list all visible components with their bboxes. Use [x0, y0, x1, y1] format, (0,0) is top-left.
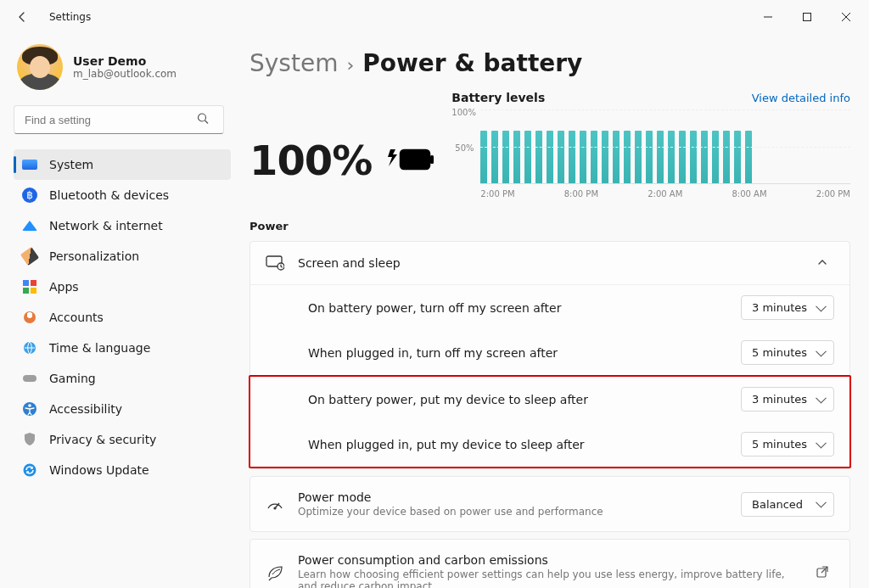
power-mode-select[interactable]: Balanced [741, 492, 834, 517]
nav-item-bluetooth[interactable]: ฿ Bluetooth & devices [14, 180, 231, 210]
minimize-button[interactable] [748, 3, 788, 31]
nav-item-apps[interactable]: Apps [14, 272, 231, 302]
row-label: On battery power, put my device to sleep… [308, 393, 588, 406]
sleep-rows-highlight: On battery power, put my device to sleep… [249, 375, 851, 468]
user-email: m_lab@outlook.com [73, 68, 177, 80]
nav-item-accounts[interactable]: Accounts [14, 302, 231, 333]
chart-bar [480, 131, 487, 183]
chart-bar [613, 131, 620, 183]
sleep-plugged-row: When plugged in, put my device to sleep … [250, 422, 849, 467]
svg-rect-5 [23, 375, 36, 382]
nav-label: Apps [49, 280, 79, 294]
nav-label: System [49, 158, 93, 171]
accounts-icon [22, 310, 37, 325]
breadcrumb: System › Power & battery [249, 49, 850, 77]
screen-off-battery-row: On battery power, turn off my screen aft… [250, 285, 849, 330]
nav-label: Personalization [49, 249, 139, 263]
chart-bar [602, 131, 608, 183]
power-mode-icon [266, 496, 284, 512]
chart-bar [712, 131, 719, 183]
carbon-title: Power consumption and carbon emissions [298, 553, 797, 567]
nav-item-update[interactable]: Windows Update [14, 455, 231, 485]
page-title: Power & battery [362, 49, 582, 77]
gamepad-icon [22, 371, 37, 386]
chart-bar [513, 131, 520, 183]
screen-off-battery-select[interactable]: 3 minutes [741, 295, 834, 320]
x-tick: 8:00 AM [732, 189, 766, 199]
chart-bar [624, 131, 631, 183]
x-tick: 8:00 PM [564, 189, 598, 199]
leaf-icon [266, 564, 284, 581]
power-mode-subtitle: Optimize your device based on power use … [298, 506, 727, 518]
nav-item-gaming[interactable]: Gaming [14, 363, 231, 394]
chart-bar [646, 131, 653, 183]
row-label: On battery power, turn off my screen aft… [308, 301, 561, 315]
globe-icon [22, 340, 37, 356]
y-tick-100: 100% [451, 108, 476, 117]
chart-bar [668, 131, 675, 183]
breadcrumb-system[interactable]: System [249, 49, 338, 77]
user-profile[interactable]: User Demo m_lab@outlook.com [14, 39, 231, 105]
nav-item-time[interactable]: Time & language [14, 333, 231, 363]
svg-point-8 [24, 464, 36, 477]
nav-item-network[interactable]: Network & internet [14, 210, 231, 241]
y-tick-50: 50% [455, 143, 474, 153]
chart-bar [547, 131, 553, 183]
sidebar: User Demo m_lab@outlook.com System ฿ Blu… [0, 34, 239, 588]
nav-item-personalization[interactable]: Personalization [14, 241, 231, 272]
chart-bar [491, 131, 498, 183]
x-tick: 2:00 PM [816, 189, 850, 199]
chart-bar [679, 131, 686, 183]
sleep-plugged-select[interactable]: 5 minutes [741, 432, 834, 456]
screen-off-plugged-select[interactable]: 5 minutes [741, 340, 834, 365]
nav-item-accessibility[interactable]: Accessibility [14, 394, 231, 424]
maximize-button[interactable] [788, 3, 827, 31]
chart-bar [701, 131, 708, 183]
chart-bar [569, 131, 575, 183]
chart-bar [734, 131, 741, 183]
nav-label: Network & internet [49, 219, 163, 232]
battery-charging-icon [385, 145, 434, 176]
nav-label: Windows Update [49, 463, 149, 477]
sleep-battery-select[interactable]: 3 minutes [741, 387, 834, 412]
chart-bar [745, 131, 752, 183]
svg-point-7 [28, 404, 31, 407]
back-button[interactable] [8, 3, 36, 31]
nav-item-system[interactable]: System [14, 149, 231, 180]
carbon-card[interactable]: Power consumption and carbon emissions L… [249, 539, 850, 588]
chart-bar [535, 131, 542, 183]
brush-icon [22, 249, 37, 264]
power-mode-title: Power mode [298, 490, 727, 504]
sync-icon [22, 462, 37, 478]
svg-rect-10 [430, 155, 434, 164]
nav-item-privacy[interactable]: Privacy & security [14, 424, 231, 455]
accessibility-icon [22, 401, 37, 417]
screen-and-sleep-card: Screen and sleep On battery power, turn … [249, 241, 850, 469]
nav-label: Time & language [49, 341, 150, 355]
search-box [14, 105, 227, 134]
sleep-battery-row: On battery power, put my device to sleep… [250, 377, 849, 422]
chart-bar [580, 131, 586, 183]
shield-icon [22, 432, 37, 447]
screen-and-sleep-header[interactable]: Screen and sleep [250, 242, 849, 284]
avatar [17, 44, 63, 90]
view-detailed-info-link[interactable]: View detailed info [752, 92, 850, 104]
bluetooth-icon: ฿ [22, 188, 37, 203]
nav-label: Bluetooth & devices [49, 188, 169, 202]
battery-chart[interactable]: 100% 50% 2:00 PM 8:00 PM 2:00 AM 8:00 AM… [451, 109, 850, 211]
search-input[interactable] [14, 105, 224, 134]
power-mode-card[interactable]: Power mode Optimize your device based on… [249, 476, 850, 532]
nav-label: Accessibility [49, 402, 122, 416]
nav-label: Accounts [49, 311, 104, 324]
nav-label: Privacy & security [49, 433, 156, 446]
chart-bar [690, 131, 697, 183]
power-section-label: Power [249, 220, 850, 232]
row-label: When plugged in, put my device to sleep … [308, 438, 585, 451]
x-tick: 2:00 PM [480, 189, 514, 199]
chart-bar [723, 131, 730, 183]
wifi-icon [22, 218, 37, 233]
close-button[interactable] [827, 3, 866, 31]
svg-rect-9 [401, 150, 429, 169]
chevron-right-icon: › [346, 54, 354, 76]
chart-bar [502, 131, 509, 183]
